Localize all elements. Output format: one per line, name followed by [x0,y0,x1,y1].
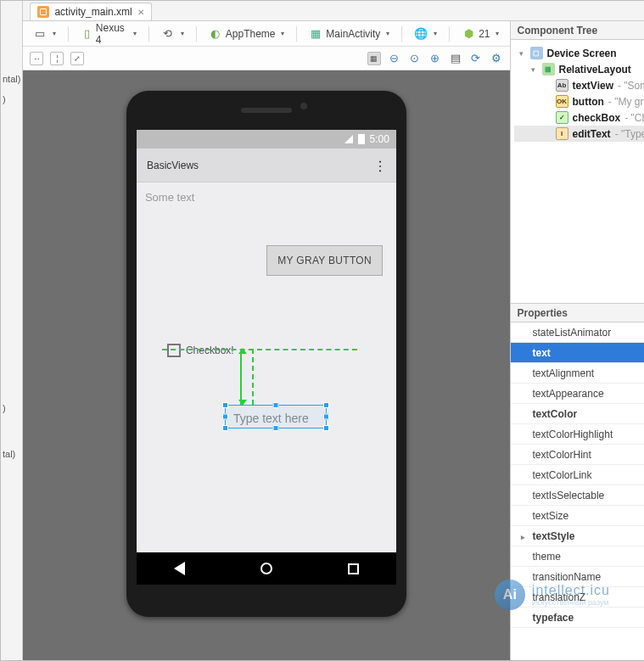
property-theme[interactable]: theme [511,546,645,567]
tree-twisty-icon[interactable]: ▾ [518,49,526,58]
text-node-icon: Ab [556,79,568,92]
overflow-icon[interactable]: ⋯ [372,160,388,171]
phone-icon: ▯ [81,27,92,41]
property-text[interactable]: textType text here [511,343,645,363]
speaker-decor [241,108,292,113]
spacing-guide [240,349,242,405]
palette-peek: ntal) [1,69,22,89]
tree-node-device-screen[interactable]: ▾▢Device Screen [514,45,645,61]
tab-label: activity_main.xml [54,6,132,18]
screenshot-button[interactable]: ▤ [449,52,462,65]
design-canvas[interactable]: 5:00 BasicViews ⋯ Some text MY GRAY BUTT… [23,70,509,660]
node-name: RelativeLayout [559,64,631,76]
resize-handle[interactable] [272,425,278,431]
theme-selector[interactable]: ◐AppTheme [205,25,288,42]
checkbox-widget[interactable]: Checkbox! [167,344,234,357]
property-key: textColorHint [533,449,591,461]
property-textIsSelectable[interactable]: textIsSelectable [511,485,645,506]
properties-table[interactable]: stateListAnimatortextType text heretextA… [511,322,645,660]
api-label: 21 [479,28,490,40]
android-statusbar: 5:00 [137,130,396,148]
relative-layout[interactable]: Some text MY GRAY BUTTON Checkbox! [137,182,396,552]
tree-node-edittext[interactable]: IeditText - "Type text here" [514,126,645,142]
property-key: transitionName [533,571,602,583]
android-icon: ⬢ [462,27,475,41]
property-textAlignment[interactable]: textAlignment [511,363,645,384]
tree-node-checkbox[interactable]: ✓checkBox - "Checkbox! " [514,109,645,126]
palette-peek: tal) [1,444,22,464]
property-textSize[interactable]: textSize [511,506,645,526]
property-typeface[interactable]: typeface [511,608,645,628]
theme-icon: ◐ [209,27,222,41]
device-screen: 5:00 BasicViews ⋯ Some text MY GRAY BUTT… [137,130,396,585]
property-key: textColorLink [533,469,592,481]
render-mode-button[interactable]: ▭ [30,25,59,42]
property-textColorLink[interactable]: textColorLink [511,465,645,485]
toggle-viewport-button[interactable]: ↔ [30,52,43,65]
battery-icon [358,134,365,144]
toggle-bounds-button[interactable]: ¦ [50,52,64,65]
property-textColor[interactable]: textColor [511,404,645,424]
gray-button[interactable]: MY GRAY BUTTON [266,245,383,276]
tree-node-textview[interactable]: AbtextView - "Some text" [514,77,645,93]
resize-handle[interactable] [222,425,228,431]
zoom-out-button[interactable]: ⊖ [388,52,401,65]
property-textStyle[interactable]: ▸textStyle[] [511,526,645,546]
expander-icon[interactable]: ▸ [521,533,529,541]
camera-decor [300,103,307,109]
property-translationZ[interactable]: translationZ [511,587,645,608]
android-navbar [137,552,396,585]
orientation-button[interactable]: ⟲ [158,25,188,42]
property-textColorHint[interactable]: textColorHint [511,445,645,465]
refresh-button[interactable]: ⟳ [469,52,483,65]
property-transitionName[interactable]: transitionName [511,567,645,587]
property-key: theme [533,551,561,563]
left-docked-palette: ntal) ) ) tal) [1,1,23,660]
designer-toolbar-2: ↔ ¦ ⤢ ▦ ⊖ ⊙ ⊕ ▤ ⟳ ⚙ [23,47,509,70]
property-key: textAppearance [533,388,604,400]
back-icon[interactable] [174,562,185,575]
button-node-icon: OK [556,95,568,108]
signal-icon [344,135,353,143]
tab-activity-main[interactable]: activity_main.xml ✕ [30,3,151,20]
close-icon[interactable]: ✕ [137,8,144,17]
properties-header: Properties [511,304,645,322]
resize-handle[interactable] [222,414,228,420]
tree-twisty-icon[interactable]: ▾ [529,65,538,74]
selection-box[interactable] [225,405,327,429]
property-key: textIsSelectable [533,490,605,501]
resize-handle[interactable] [272,402,278,408]
component-tree-header: Component Tree [511,21,645,40]
palette-peek: ) [1,89,22,109]
node-desc: - "My gray button" [608,96,644,108]
home-icon[interactable] [260,563,272,574]
property-key: textStyle [533,530,575,542]
zoom-reset-button[interactable]: ⊙ [408,52,422,65]
tree-node-relativelayout[interactable]: ▾▦RelativeLayout [514,61,645,77]
text-view[interactable]: Some text [145,191,388,204]
resize-handle[interactable] [323,402,329,408]
resize-handle[interactable] [323,425,329,431]
tree-node-button[interactable]: OKbutton - "My gray button" [514,93,645,109]
zoom-in-button[interactable]: ⊕ [428,52,442,65]
resize-handle[interactable] [323,414,329,420]
locale-selector[interactable]: 🌐 [411,25,440,42]
settings-button[interactable]: ⚙ [490,52,503,65]
resize-handle[interactable] [222,402,228,408]
device-node-icon: ▢ [530,47,543,59]
node-name: textView [573,80,613,92]
expand-button[interactable]: ⤢ [70,52,84,65]
designer-toolbar: ▭ ▯Nexus 4 ⟲ ◐AppTheme ▦MainActivity 🌐 ⬢… [23,21,509,47]
theme-label: AppTheme [226,28,276,40]
checkbox-label: Checkbox! [186,345,234,356]
checkbox-box-icon[interactable] [167,344,181,357]
property-textColorHighlight[interactable]: textColorHighlight [511,424,645,445]
api-selector[interactable]: ⬢21 [458,25,502,42]
device-selector[interactable]: ▯Nexus 4 [77,20,140,48]
design-mode-button[interactable]: ▦ [367,52,381,65]
property-stateListAnimator[interactable]: stateListAnimator [511,322,645,343]
component-tree[interactable]: ▾▢Device Screen▾▦RelativeLayoutAbtextVie… [511,40,645,303]
property-textAppearance[interactable]: textAppearance [511,384,645,404]
recents-icon[interactable] [348,563,359,574]
activity-selector[interactable]: ▦MainActivity [305,25,393,42]
